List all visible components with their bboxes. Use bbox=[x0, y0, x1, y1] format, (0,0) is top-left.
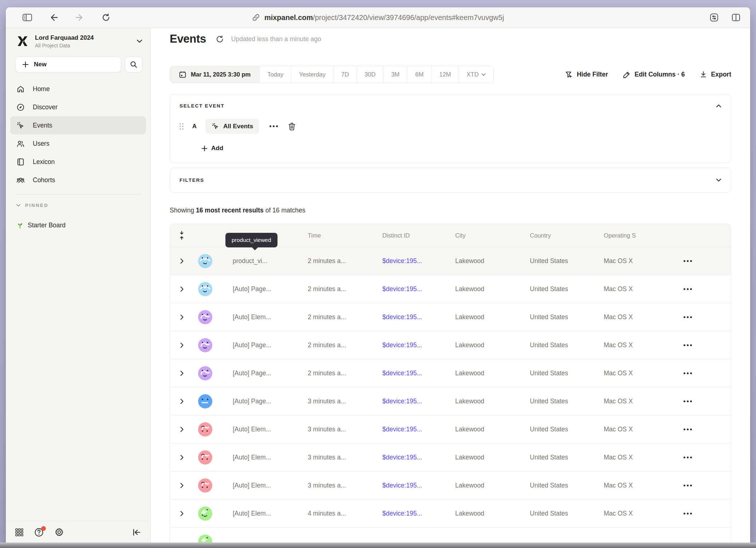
table-row[interactable]: [Auto] Page... 3 minutes a... $device:19… bbox=[170, 387, 731, 415]
range-12m[interactable]: 12M bbox=[431, 66, 458, 83]
event-name-cell[interactable]: [Auto] Page... bbox=[217, 285, 308, 293]
table-row[interactable]: product_vi... 2 minutes a... $device:195… bbox=[170, 247, 731, 275]
url-text[interactable]: mixpanel.com/project/3472420/view/397469… bbox=[264, 13, 504, 22]
gear-icon[interactable] bbox=[55, 528, 64, 537]
pinned-section-toggle[interactable]: PINNED bbox=[16, 203, 150, 208]
expand-row-icon[interactable] bbox=[170, 258, 193, 264]
split-view-icon[interactable] bbox=[730, 12, 742, 23]
reload-icon[interactable] bbox=[100, 12, 112, 23]
distinct-id-link[interactable]: $device:195... bbox=[382, 341, 455, 349]
event-name-cell[interactable]: [Auto] Elem... bbox=[217, 482, 308, 489]
row-more-button[interactable] bbox=[681, 510, 694, 517]
apps-grid-icon[interactable] bbox=[15, 528, 23, 536]
distinct-id-link[interactable]: $device:195... bbox=[382, 398, 455, 405]
chevron-up-icon[interactable] bbox=[716, 104, 721, 107]
sidebar-item-events[interactable]: Events bbox=[10, 116, 146, 134]
forward-icon[interactable] bbox=[74, 12, 86, 23]
range-today[interactable]: Today bbox=[259, 66, 291, 83]
expand-row-icon[interactable] bbox=[170, 286, 193, 292]
sidebar-item-discover[interactable]: Discover bbox=[10, 98, 146, 116]
sidebar-item-starter-board[interactable]: Starter Board bbox=[10, 217, 146, 234]
sidebar-item-users[interactable]: Users bbox=[10, 134, 146, 153]
table-row-partial[interactable] bbox=[170, 527, 731, 543]
table-row[interactable]: [Auto] Elem... 2 minutes a... $device:19… bbox=[170, 303, 731, 331]
range-xtd[interactable]: XTD bbox=[458, 66, 493, 83]
collapse-all-rows-icon[interactable] bbox=[170, 231, 193, 240]
row-more-button[interactable] bbox=[681, 342, 694, 348]
expand-row-icon[interactable] bbox=[170, 342, 193, 348]
page-settings-icon[interactable] bbox=[708, 12, 720, 23]
distinct-id-link[interactable]: $device:195... bbox=[382, 454, 455, 461]
expand-row-icon[interactable] bbox=[170, 511, 193, 516]
event-name-cell[interactable]: [Auto] Page... bbox=[217, 398, 308, 405]
event-name-cell[interactable]: [Auto] Elem... bbox=[217, 426, 308, 433]
expand-row-icon[interactable] bbox=[170, 371, 193, 376]
chevron-down-icon[interactable] bbox=[137, 39, 142, 43]
row-more-button[interactable] bbox=[681, 426, 694, 432]
expand-row-icon[interactable] bbox=[170, 483, 193, 488]
table-row[interactable]: [Auto] Page... 2 minutes a... $device:19… bbox=[170, 275, 731, 303]
distinct-id-link[interactable]: $device:195... bbox=[382, 482, 455, 489]
sidebar-toggle-icon[interactable] bbox=[21, 12, 34, 23]
row-more-button[interactable] bbox=[681, 258, 694, 264]
project-switcher[interactable]: Lord Farquaad 2024 All Project Data bbox=[15, 34, 142, 48]
hide-filter-button[interactable]: Hide Filter bbox=[565, 71, 608, 79]
drag-handle[interactable] bbox=[180, 123, 184, 130]
help-icon[interactable] bbox=[34, 528, 44, 537]
col-city[interactable]: City bbox=[455, 232, 530, 239]
expand-row-icon[interactable] bbox=[170, 427, 193, 432]
event-name-cell[interactable]: [Auto] Elem... bbox=[217, 510, 308, 517]
distinct-id-link[interactable]: $device:195... bbox=[382, 257, 455, 265]
range-30d[interactable]: 30D bbox=[357, 66, 383, 83]
col-time[interactable]: Time bbox=[308, 232, 382, 239]
event-name-cell[interactable]: [Auto] Elem... bbox=[217, 313, 308, 321]
add-event-button[interactable]: Add bbox=[201, 145, 721, 152]
col-distinct-id[interactable]: Distinct ID bbox=[382, 232, 455, 239]
expand-row-icon[interactable] bbox=[170, 455, 193, 460]
chevron-down-icon[interactable] bbox=[716, 179, 721, 182]
distinct-id-link[interactable]: $device:195... bbox=[382, 510, 455, 517]
row-more-button[interactable] bbox=[681, 286, 694, 292]
collapse-sidebar-icon[interactable] bbox=[132, 528, 141, 536]
col-country[interactable]: Country bbox=[530, 232, 604, 239]
expand-row-icon[interactable] bbox=[170, 314, 193, 320]
export-button[interactable]: Export bbox=[700, 71, 731, 78]
event-selector[interactable]: All Events bbox=[205, 119, 259, 134]
table-row[interactable]: [Auto] Page... 2 minutes a... $device:19… bbox=[170, 359, 731, 387]
distinct-id-link[interactable]: $device:195... bbox=[382, 313, 455, 321]
range-7d[interactable]: 7D bbox=[333, 66, 357, 83]
table-row[interactable]: [Auto] Elem... 3 minutes a... $device:19… bbox=[170, 471, 731, 499]
table-row[interactable]: [Auto] Page... 2 minutes a... $device:19… bbox=[170, 331, 731, 359]
refresh-icon[interactable] bbox=[216, 35, 224, 43]
row-more-button[interactable] bbox=[681, 454, 694, 461]
event-name-cell[interactable]: product_vi... bbox=[217, 257, 308, 265]
event-name-cell[interactable]: [Auto] Elem... bbox=[217, 454, 308, 461]
col-os[interactable]: Operating S bbox=[604, 232, 678, 239]
edit-columns-button[interactable]: Edit Columns · 6 bbox=[623, 71, 685, 79]
distinct-id-link[interactable]: $device:195... bbox=[382, 369, 455, 377]
row-more-button[interactable] bbox=[681, 314, 694, 320]
row-more-button[interactable] bbox=[681, 398, 694, 404]
distinct-id-link[interactable]: $device:195... bbox=[382, 426, 455, 433]
table-row[interactable]: [Auto] Elem... 3 minutes a... $device:19… bbox=[170, 415, 731, 443]
event-more-button[interactable] bbox=[267, 123, 280, 129]
back-icon[interactable] bbox=[47, 12, 60, 23]
table-row[interactable]: [Auto] Elem... 4 minutes a... $device:19… bbox=[170, 499, 731, 527]
row-more-button[interactable] bbox=[681, 482, 694, 489]
sidebar-item-lexicon[interactable]: Lexicon bbox=[10, 153, 146, 171]
event-name-cell[interactable]: [Auto] Page... bbox=[217, 369, 308, 377]
range-3m[interactable]: 3M bbox=[383, 66, 407, 83]
range-6m[interactable]: 6M bbox=[407, 66, 431, 83]
search-button[interactable] bbox=[125, 56, 142, 73]
table-row[interactable]: [Auto] Elem... 3 minutes a... $device:19… bbox=[170, 443, 731, 471]
sidebar-item-cohorts[interactable]: Cohorts bbox=[10, 171, 146, 189]
event-name-cell[interactable]: [Auto] Page... bbox=[217, 341, 308, 349]
expand-row-icon[interactable] bbox=[170, 399, 193, 404]
date-picker-button[interactable]: Mar 11, 2025 3:30 pm bbox=[170, 66, 259, 83]
range-yesterday[interactable]: Yesterday bbox=[291, 66, 333, 83]
trash-icon[interactable] bbox=[288, 122, 296, 130]
row-more-button[interactable] bbox=[681, 370, 694, 376]
sidebar-item-home[interactable]: Home bbox=[10, 80, 146, 98]
new-button[interactable]: New bbox=[15, 56, 121, 73]
distinct-id-link[interactable]: $device:195... bbox=[382, 285, 455, 293]
